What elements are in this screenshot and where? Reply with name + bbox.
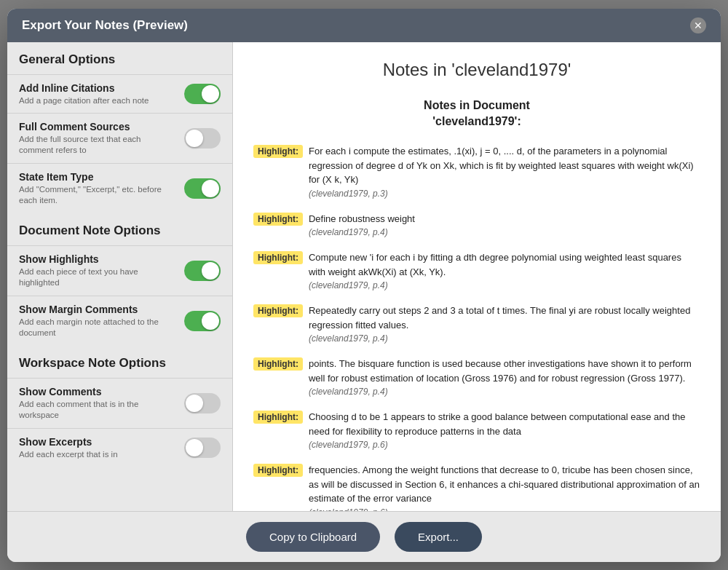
toggle-show-highlights[interactable]	[184, 261, 221, 281]
note-item: Highlight: points. The bisquare function…	[253, 357, 700, 397]
note-text: Choosing d to be 1 appears to strike a g…	[309, 410, 700, 438]
note-text: Compute new 'i for each i by fitting a d…	[309, 250, 700, 279]
toggle-inline-citations[interactable]	[184, 84, 221, 104]
note-text: For each i compute the estimates, .1(xi)…	[309, 144, 700, 187]
notes-document-heading: Notes in Document 'cleveland1979':	[253, 98, 700, 130]
option-label: Full Comment Sources	[19, 121, 175, 132]
option-label: State Item Type	[19, 171, 175, 183]
highlight-badge: Highlight:	[253, 304, 303, 317]
toggle-full-comment-sources[interactable]	[184, 128, 221, 149]
export-button[interactable]: Export...	[395, 522, 482, 552]
note-content: Choosing d to be 1 appears to strike a g…	[309, 410, 700, 450]
highlight-badge: Highlight:	[253, 251, 303, 264]
toggle-state-item-type[interactable]	[184, 178, 221, 199]
preview-title: Notes in 'cleveland1979'	[253, 60, 700, 80]
toggle-show-excerpts[interactable]	[184, 438, 221, 458]
general-options-header: General Options	[7, 42, 232, 74]
note-citation: (cleveland1979, p.6)	[309, 440, 700, 450]
note-item: Highlight: Choosing d to be 1 appears to…	[253, 410, 700, 450]
note-content: Compute new 'i for each i by fitting a d…	[309, 250, 700, 290]
toggle-show-margin-comments[interactable]	[184, 311, 221, 331]
note-item: Highlight: Define robustness weight (cle…	[253, 212, 700, 238]
note-text: Define robustness weight	[309, 212, 700, 226]
close-button[interactable]: ✕	[690, 17, 706, 33]
toggle-show-comments[interactable]	[184, 393, 221, 413]
modal-header: Export Your Notes (Preview) ✕	[7, 9, 721, 42]
note-content: frequencies. Among the weight functions …	[309, 463, 700, 510]
note-item: Highlight: For each i compute the estima…	[253, 144, 700, 199]
highlight-badge: Highlight:	[253, 357, 303, 371]
note-citation: (cleveland1979, p.4)	[309, 333, 700, 344]
right-panel: Notes in 'cleveland1979' Notes in Docume…	[233, 42, 721, 511]
option-desc: Add each comment that is in the workspac…	[19, 399, 175, 421]
option-state-item-type: State Item Type Add "Comment," "Excerpt,…	[7, 163, 232, 213]
left-panel: General Options Add Inline Citations Add…	[7, 42, 233, 511]
export-modal: Export Your Notes (Preview) ✕ General Op…	[7, 9, 721, 562]
copy-to-clipboard-button[interactable]: Copy to Clipboard	[246, 522, 380, 552]
note-item: Highlight: Compute new 'i for each i by …	[253, 250, 700, 290]
option-desc: Add a page citation after each note	[19, 95, 175, 106]
highlight-badge: Highlight:	[253, 213, 303, 226]
option-label: Add Inline Citations	[19, 82, 175, 94]
workspace-note-options-header: Workspace Note Options	[7, 346, 232, 378]
note-content: Repeatedly carry out steps 2 and 3 a tot…	[309, 304, 700, 344]
option-label: Show Excerpts	[19, 436, 175, 448]
note-citation: (cleveland1979, p.4)	[309, 227, 700, 237]
note-text: Repeatedly carry out steps 2 and 3 a tot…	[309, 304, 700, 332]
modal-footer: Copy to Clipboard Export...	[7, 511, 721, 562]
note-text: points. The bisquare function is used be…	[309, 357, 700, 385]
option-full-comment-sources: Full Comment Sources Add the full source…	[7, 113, 232, 163]
option-desc: Add the full source text that each comme…	[19, 134, 175, 156]
modal-title: Export Your Notes (Preview)	[22, 18, 188, 33]
highlight-badge: Highlight:	[253, 145, 303, 158]
option-desc: Add each margin note attached to the doc…	[19, 317, 175, 339]
notes-container: Highlight: For each i compute the estima…	[253, 144, 700, 510]
document-note-options-header: Document Note Options	[7, 213, 232, 245]
note-citation: (cleveland1979, p.3)	[309, 189, 700, 199]
option-desc: Add "Comment," "Excerpt," etc. before ea…	[19, 184, 175, 206]
note-item: Highlight: Repeatedly carry out steps 2 …	[253, 304, 700, 344]
note-text: frequencies. Among the weight functions …	[309, 463, 700, 506]
highlight-badge: Highlight:	[253, 464, 303, 477]
option-show-comments: Show Comments Add each comment that is i…	[7, 378, 232, 428]
option-show-excerpts: Show Excerpts Add each excerpt that is i…	[7, 428, 232, 467]
note-content: For each i compute the estimates, .1(xi)…	[309, 144, 700, 199]
option-show-highlights: Show Highlights Add each piece of text y…	[7, 245, 232, 296]
note-citation: (cleveland1979, p.4)	[309, 280, 700, 290]
option-desc: Add each piece of text you have highligh…	[19, 266, 175, 288]
option-label: Show Margin Comments	[19, 304, 175, 315]
option-show-margin-comments: Show Margin Comments Add each margin not…	[7, 296, 232, 346]
option-inline-citations: Add Inline Citations Add a page citation…	[7, 74, 232, 114]
modal-body: General Options Add Inline Citations Add…	[7, 42, 721, 511]
note-content: Define robustness weight (cleveland1979,…	[309, 212, 700, 238]
note-citation: (cleveland1979, p.4)	[309, 387, 700, 397]
option-desc: Add each excerpt that is in	[19, 449, 175, 460]
note-content: points. The bisquare function is used be…	[309, 357, 700, 397]
option-label: Show Highlights	[19, 253, 175, 265]
note-item: Highlight: frequencies. Among the weight…	[253, 463, 700, 510]
option-label: Show Comments	[19, 386, 175, 397]
highlight-badge: Highlight:	[253, 411, 303, 424]
